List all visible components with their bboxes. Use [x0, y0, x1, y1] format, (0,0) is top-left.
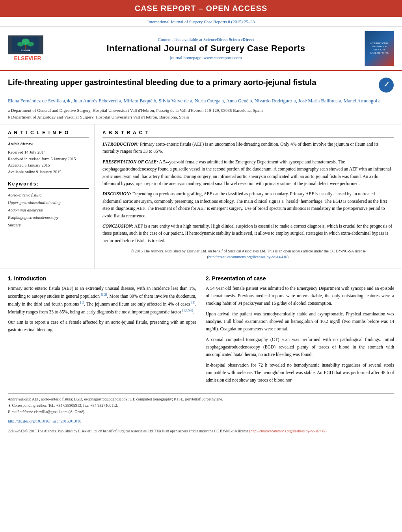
- authors-list: Elena Fernández de Sevilla a,∗, Juan And…: [8, 97, 394, 105]
- abstract-text: INTRODUCTION: Primary aorto-enteric fist…: [102, 141, 394, 260]
- history-label: Article history:: [8, 141, 89, 148]
- ref-1-4-5-6[interactable]: [1,4,5,6]: [182, 309, 193, 312]
- elsevier-logo: ELSEVIER ELSEVIER: [8, 35, 47, 61]
- banner-title: CASE REPORT – OPEN ACCESS: [135, 4, 268, 13]
- main-content-area: A R T I C L E I N F O Article history: R…: [0, 124, 402, 269]
- body-para-3: A 54-year-old female patient was admitte…: [206, 285, 394, 307]
- body-left-col: 1. Introduction Primary aorto-enteric fi…: [8, 275, 196, 387]
- svg-rect-4: [25, 45, 26, 49]
- received-revised-date: Received in revised form 5 January 2015: [8, 156, 89, 163]
- body-two-col: 1. Introduction Primary aorto-enteric fi…: [8, 275, 394, 387]
- body-right-col: 2. Presentation of case A 54-year-old fe…: [206, 275, 394, 387]
- elsevier-logo-box: ELSEVIER: [8, 35, 43, 54]
- journal-cover-image: INTERNATIONALJOURNAL OFSURGERYCASE REPOR…: [365, 31, 394, 66]
- affiliations: a Department of General and Digestive Su…: [8, 107, 394, 120]
- abbreviations-label: Abbreviations:: [8, 397, 31, 401]
- svg-point-3: [28, 42, 34, 46]
- body-content: 1. Introduction Primary aorto-enteric fi…: [0, 269, 402, 393]
- keyword-4: Esophagogastroduodenoscopy: [8, 214, 89, 222]
- corresponding-tel: Tel.: +34 635805913; fax: +34 9327466112…: [48, 403, 118, 408]
- email-text: elsevilla@gmail.com (A. Gené).: [34, 410, 85, 414]
- case-label: PRESENTATION OF CASE:: [102, 159, 158, 164]
- abstract-label: A B S T R A C T: [102, 130, 394, 137]
- body-para-2: Our aim is to report a case of a female …: [8, 319, 196, 334]
- doi-area: http://dx.doi.org/10.1016/j.ijscr.2015.0…: [0, 419, 402, 423]
- keywords-label-head: Keywords:: [8, 181, 89, 189]
- keywords-list: Aorto-enteric fistula Upper gastrointest…: [8, 192, 89, 229]
- discussion-label: DISCUSSION:: [102, 191, 131, 196]
- keyword-2: Upper gastrointestinal bleeding: [8, 199, 89, 207]
- journal-title: International Journal of Surgery Case Re…: [47, 43, 365, 54]
- doi-link[interactable]: http://dx.doi.org/10.1016/j.ijscr.2015.0…: [8, 419, 394, 423]
- article-history: Article history: Received 14 July 2014 R…: [8, 141, 89, 176]
- crossmark-badge[interactable]: ✓: [378, 77, 394, 93]
- copyright-text: © 2015 The Authors. Published by Elsevie…: [131, 249, 366, 259]
- body-para-4: Upon arrival, the patient was hemodynami…: [206, 310, 394, 333]
- corresponding-author: ∗ Corresponding author. Tel.: +34 635805…: [8, 402, 394, 409]
- journal-citation: International Journal of Surgery Case Re…: [147, 19, 255, 24]
- cover-text: INTERNATIONALJOURNAL OFSURGERYCASE REPOR…: [370, 42, 389, 54]
- intro-label: INTRODUCTION:: [102, 142, 139, 146]
- received-date: Received 14 July 2014: [8, 149, 89, 156]
- affiliation-a: a Department of General and Digestive Su…: [8, 107, 394, 114]
- article-title-row: Life-threating upper gastrointestinal bl…: [8, 77, 394, 93]
- conclusion-text: AEF is a rare entity with a high mortali…: [102, 224, 392, 243]
- homepage-label: journal homepage:: [170, 55, 203, 60]
- keyword-3: Abdominal aneurysm: [8, 207, 89, 214]
- journal-header: ELSEVIER ELSEVIER Contents lists availab…: [0, 27, 402, 71]
- svg-text:ELSEVIER: ELSEVIER: [21, 49, 31, 52]
- footnote-area: Abbreviations: AEF, aorto-enteric fistul…: [8, 393, 394, 415]
- journal-info-bar: International Journal of Surgery Case Re…: [0, 17, 402, 27]
- keyword-5: Surgery: [8, 222, 89, 229]
- section1-text: Primary aorto-enteric fistula (AEF) is a…: [8, 285, 196, 334]
- available-online-date: Available online 9 January 2015: [8, 169, 89, 176]
- bottom-bar: 2210-2612/© 2015 The Authors. Published …: [0, 426, 402, 437]
- elsevier-tree-icon: ELSEVIER: [12, 37, 39, 52]
- section1-heading: 1. Introduction: [8, 275, 196, 282]
- sciencedirect-link[interactable]: Contents lists available at ScienceDirec…: [47, 37, 365, 42]
- email-label: E-mail address:: [8, 410, 33, 414]
- article-title-text: Life-threating upper gastrointestinal bl…: [8, 77, 374, 87]
- crossmark-icon: ✓: [379, 78, 394, 93]
- contents-label: Contents lists available at ScienceDirec…: [158, 37, 228, 42]
- article-info-column: A R T I C L E I N F O Article history: R…: [8, 124, 95, 269]
- top-banner: CASE REPORT – OPEN ACCESS: [0, 0, 402, 17]
- corresponding-label: ∗ Corresponding author.: [8, 403, 47, 408]
- journal-center: Contents lists available at ScienceDirec…: [47, 37, 365, 60]
- article-title-section: Life-threating upper gastrointestinal bl…: [0, 71, 402, 124]
- bottom-license-link[interactable]: (http://creativecommons.org/licenses/by-…: [249, 429, 328, 433]
- body-para-5: A cranial computed tomography (CT) scan …: [206, 336, 394, 358]
- ref-1-2[interactable]: [1,2]: [101, 293, 107, 297]
- keyword-1: Aorto-enteric fistula: [8, 192, 89, 199]
- abstract-case: PRESENTATION OF CASE: A 54-year-old fema…: [102, 158, 394, 187]
- accepted-date: Accepted 5 January 2015: [8, 162, 89, 169]
- body-para-6: In-hospital observation for 72 h reveale…: [206, 361, 394, 384]
- ref-3[interactable]: [3]: [192, 301, 195, 304]
- copyright-link[interactable]: http://creativecommons.org/licenses/by-n…: [208, 255, 287, 259]
- conclusion-label: CONCLUSION:: [102, 224, 134, 228]
- abstract-column: A B S T R A C T INTRODUCTION: Primary ao…: [102, 124, 394, 269]
- section2-text: A 54-year-old female patient was admitte…: [206, 285, 394, 384]
- affiliation-b: b Department of Angiology and Vascular S…: [8, 114, 394, 120]
- abstract-copyright: © 2015 The Authors. Published by Elsevie…: [102, 248, 394, 260]
- abstract-conclusion: CONCLUSION: AEF is a rare entity with a …: [102, 222, 394, 244]
- abstract-intro: INTRODUCTION: Primary aorto-enteric fist…: [102, 141, 394, 155]
- email-row: E-mail address: elsevilla@gmail.com (A. …: [8, 409, 394, 415]
- journal-homepage: journal homepage: www.casereports.com: [47, 55, 365, 60]
- svg-point-2: [17, 42, 24, 46]
- body-para-1: Primary aorto-enteric fistula (AEF) is a…: [8, 285, 196, 315]
- discussion-text: Depending on previous aortic grafting, A…: [102, 191, 387, 218]
- homepage-url[interactable]: www.casereports.com: [203, 55, 242, 60]
- ref-1[interactable]: [1]: [80, 301, 84, 304]
- bottom-issn: 2210-2612/© 2015 The Authors. Published …: [8, 429, 248, 433]
- section2-heading: 2. Presentation of case: [206, 275, 394, 282]
- elsevier-text: ELSEVIER: [8, 55, 47, 61]
- intro-text: Primary aorto-enteric fistula (AEF) is a…: [102, 142, 378, 154]
- abbreviations-text: AEF, aorto-enteric fistula; EGD, esophag…: [32, 397, 223, 401]
- article-info-label: A R T I C L E I N F O: [8, 130, 89, 137]
- abstract-discussion: DISCUSSION: Depending on previous aortic…: [102, 190, 394, 219]
- abbreviations: Abbreviations: AEF, aorto-enteric fistul…: [8, 396, 394, 402]
